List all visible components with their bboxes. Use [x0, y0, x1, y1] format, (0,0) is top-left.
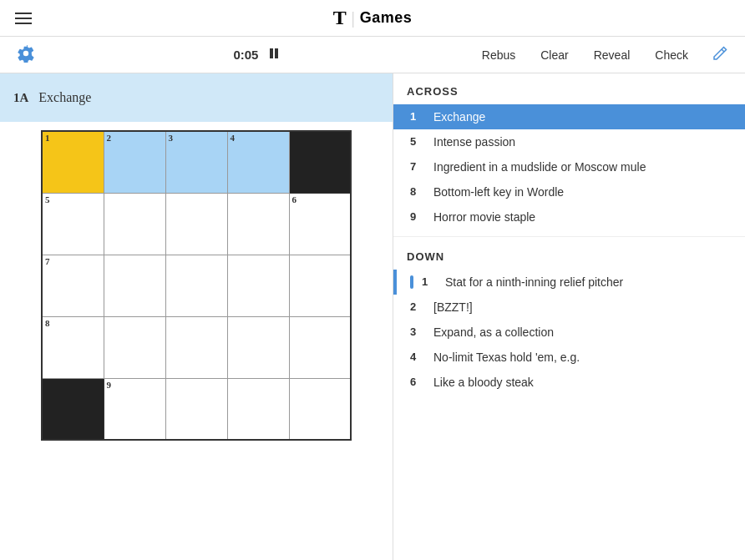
cell-number-0-1: 2 [107, 134, 112, 143]
clue-text: Bottom-left key in Wordle [433, 185, 564, 199]
grid-cell-3-1[interactable] [104, 316, 165, 378]
grid-cell-0-2[interactable]: 3 [165, 131, 227, 193]
across-clue-1[interactable]: 1Exchange [393, 104, 745, 129]
cell-number-3-0: 8 [45, 319, 50, 328]
grid-cell-4-0 [42, 378, 104, 440]
grid-cell-4-2[interactable] [165, 378, 227, 440]
nyt-t-logo: T [333, 7, 347, 29]
across-title: ACROSS [393, 73, 745, 104]
clue-num: 9 [410, 210, 425, 223]
clue-num: 2 [410, 300, 425, 313]
cell-number-0-2: 3 [169, 134, 174, 143]
rebus-button[interactable]: Rebus [477, 45, 520, 65]
clear-button[interactable]: Clear [535, 45, 573, 65]
grid-cell-1-3[interactable] [227, 193, 289, 255]
reveal-button[interactable]: Reveal [589, 45, 636, 65]
svg-rect-0 [270, 48, 273, 58]
cell-number-1-0: 5 [45, 195, 50, 204]
games-label: Games [360, 9, 413, 27]
grid-cell-3-3[interactable] [227, 316, 289, 378]
crossword-grid[interactable]: 123456789 [41, 130, 352, 441]
grid-cell-1-0[interactable]: 5 [42, 193, 104, 255]
clue-text: Stat for a ninth-inning relief pitcher [445, 275, 623, 289]
grid-cell-0-4 [289, 131, 351, 193]
clue-num: 5 [410, 135, 425, 148]
down-clue-list: 1Stat for a ninth-inning relief pitcher2… [393, 270, 745, 395]
across-clue-9[interactable]: 9Horror movie staple [393, 204, 745, 230]
grid-cell-2-3[interactable] [227, 255, 289, 316]
crossword-area: 1A Exchange 123456789 [0, 73, 393, 560]
settings-button[interactable] [13, 41, 38, 68]
grid-cell-2-2[interactable] [165, 255, 227, 316]
cell-number-0-3: 4 [231, 134, 236, 143]
hamburger-line-2 [15, 18, 32, 19]
clue-num: 8 [410, 185, 425, 198]
check-button[interactable]: Check [650, 45, 693, 65]
gear-icon [17, 44, 35, 63]
clue-num: 7 [410, 160, 425, 173]
down-clue-4[interactable]: 4No-limit Texas hold 'em, e.g. [393, 345, 745, 370]
svg-rect-1 [275, 48, 278, 58]
section-divider [393, 236, 745, 237]
clue-num: 1 [422, 275, 437, 288]
active-clue-text: Exchange [38, 90, 91, 105]
across-clue-7[interactable]: 7Ingredient in a mudslide or Moscow mule [393, 154, 745, 179]
clue-num: 4 [410, 351, 425, 363]
hamburger-line-1 [15, 13, 32, 14]
grid-cell-0-3[interactable]: 4 [227, 131, 289, 193]
grid-wrapper: 123456789 [29, 122, 363, 449]
clue-text: Exchange [433, 110, 485, 124]
grid-cell-3-0[interactable]: 8 [42, 316, 104, 378]
clue-bar: 1A Exchange [0, 73, 393, 122]
hamburger-button[interactable] [12, 9, 35, 28]
grid-cell-1-2[interactable] [165, 193, 227, 255]
clue-text: Ingredient in a mudslide or Moscow mule [433, 160, 646, 174]
down-clue-2[interactable]: 2[BZZT!] [393, 295, 745, 320]
grid-cell-4-1[interactable]: 9 [104, 378, 165, 440]
grid-cell-0-1[interactable]: 2 [104, 131, 165, 193]
clue-text: Expand, as a collection [433, 325, 554, 339]
across-clue-5[interactable]: 5Intense passion [393, 129, 745, 154]
clue-text: Horror movie staple [433, 210, 535, 224]
grid-cell-3-4[interactable] [289, 316, 351, 378]
across-clue-list: 1Exchange5Intense passion7Ingredient in … [393, 104, 745, 230]
top-nav: T | Games [0, 0, 745, 37]
clue-text: Intense passion [433, 135, 515, 149]
cell-number-4-1: 9 [107, 381, 112, 390]
toolbar-right: Rebus Clear Reveal Check [477, 42, 732, 68]
main-content: 1A Exchange 123456789 ACROSS 1Exchange5I… [0, 73, 745, 560]
grid-cell-1-1[interactable] [104, 193, 165, 255]
cell-number-2-0: 7 [45, 257, 50, 266]
active-clue-number: 1A [13, 91, 28, 105]
pencil-button[interactable] [708, 42, 732, 68]
pause-button[interactable] [266, 48, 281, 62]
nav-pipe: | [352, 8, 355, 28]
grid-cell-2-4[interactable] [289, 255, 351, 316]
clue-text: No-limit Texas hold 'em, e.g. [433, 351, 580, 364]
grid-cell-3-2[interactable] [165, 316, 227, 378]
down-title: DOWN [393, 244, 745, 270]
grid-cell-2-0[interactable]: 7 [42, 255, 104, 316]
clue-text: Like a bloody steak [433, 376, 534, 389]
grid-cell-0-0[interactable]: 1 [42, 131, 104, 193]
nav-logo: T | Games [333, 7, 413, 29]
pause-icon [268, 48, 280, 59]
hamburger-line-3 [15, 23, 32, 24]
toolbar-center: 0:05 [38, 48, 477, 62]
clues-panel: ACROSS 1Exchange5Intense passion7Ingredi… [393, 73, 745, 560]
toolbar: 0:05 Rebus Clear Reveal Check [0, 37, 745, 73]
clue-num: 6 [410, 376, 425, 388]
cell-number-1-4: 6 [292, 195, 297, 204]
grid-cell-4-4[interactable] [289, 378, 351, 440]
cell-number-0-0: 1 [45, 134, 50, 143]
grid-cell-4-3[interactable] [227, 378, 289, 440]
grid-cell-1-4[interactable]: 6 [289, 193, 351, 255]
pencil-icon [712, 45, 728, 62]
down-clue-3[interactable]: 3Expand, as a collection [393, 320, 745, 345]
timer-display: 0:05 [233, 48, 258, 62]
across-clue-8[interactable]: 8Bottom-left key in Wordle [393, 179, 745, 204]
down-clue-6[interactable]: 6Like a bloody steak [393, 370, 745, 395]
grid-cell-2-1[interactable] [104, 255, 165, 316]
down-clue-1[interactable]: 1Stat for a ninth-inning relief pitcher [393, 270, 745, 295]
toolbar-left [13, 41, 38, 68]
